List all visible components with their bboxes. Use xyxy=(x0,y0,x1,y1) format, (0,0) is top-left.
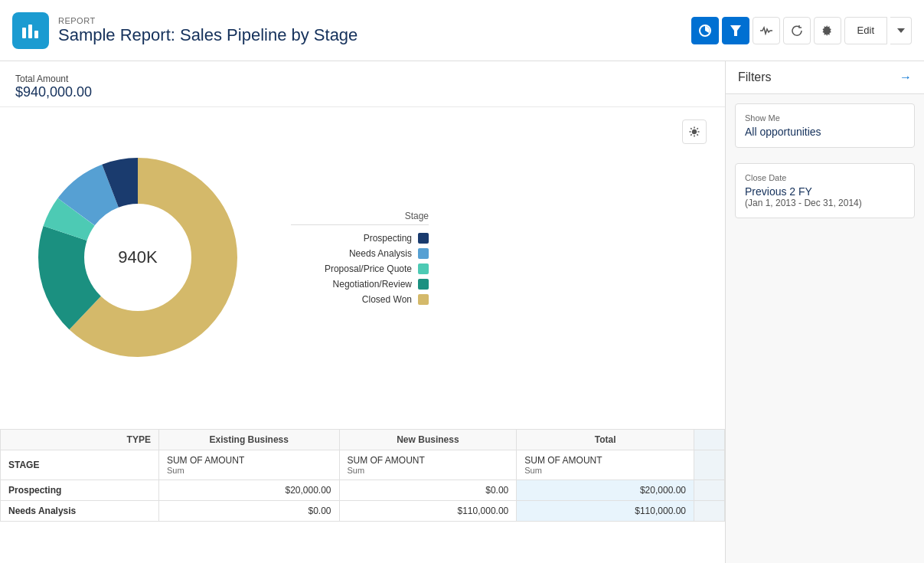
filters-header: Filters → xyxy=(726,61,924,94)
svg-point-8 xyxy=(693,130,697,134)
legend-color-prospecting xyxy=(418,233,429,244)
show-me-label: Show Me xyxy=(745,113,905,123)
refresh-button[interactable] xyxy=(783,17,811,44)
total-prospecting: $20,000.00 xyxy=(517,480,694,501)
svg-marker-6 xyxy=(897,28,905,33)
legend-item-negotiation: Negotiation/Review xyxy=(291,279,429,290)
chart-container: 940K Stage Prospecting Needs Analysis Pr… xyxy=(15,119,710,395)
eb-prospecting: $20,000.00 xyxy=(158,480,339,501)
table-row: Prospecting $20,000.00 $0.00 $20,000.00 xyxy=(1,480,725,501)
legend-title: Stage xyxy=(291,211,429,225)
app-icon xyxy=(12,12,49,49)
table-header-row-type: TYPE Existing Business New Business Tota… xyxy=(1,430,725,450)
nb-sum-header: SUM OF AMOUNT Sum xyxy=(339,450,517,480)
col-nb-header: New Business xyxy=(339,430,517,450)
show-me-value: All opportunities xyxy=(745,126,905,138)
right-panel: Filters → Show Me All opportunities Clos… xyxy=(725,61,924,563)
chart-icon xyxy=(20,20,41,41)
legend-color-closed-won xyxy=(418,294,429,305)
eb-sum-header: SUM OF AMOUNT Sum xyxy=(158,450,339,480)
nb-sum-sublabel: Sum xyxy=(348,466,509,475)
empty-cell-3 xyxy=(694,501,725,522)
stage-prospecting: Prospecting xyxy=(1,480,159,501)
svg-rect-2 xyxy=(34,31,38,38)
close-date-value: Previous 2 FY xyxy=(745,185,905,198)
close-date-filter: Close Date Previous 2 FY (Jan 1, 2013 - … xyxy=(735,163,915,218)
filter-button[interactable] xyxy=(722,17,749,44)
stage-needs-analysis: Needs Analysis xyxy=(1,501,159,522)
legend-label-proposal: Proposal/Price Quote xyxy=(325,263,412,274)
header: REPORT Sample Report: Sales Pipeline by … xyxy=(0,0,924,61)
col-total-header: Total xyxy=(517,430,694,450)
header-text: REPORT Sample Report: Sales Pipeline by … xyxy=(58,16,691,45)
close-date-sub: (Jan 1, 2013 - Dec 31, 2014) xyxy=(745,198,905,208)
chart-area: 940K Stage Prospecting Needs Analysis Pr… xyxy=(0,107,725,429)
pulse-button[interactable] xyxy=(753,17,780,44)
chart-view-button[interactable] xyxy=(691,17,719,44)
total-value: $940,000.00 xyxy=(15,84,710,100)
legend-color-negotiation xyxy=(418,279,429,290)
col-eb-header: Existing Business xyxy=(158,430,339,450)
data-table: TYPE Existing Business New Business Tota… xyxy=(0,429,725,522)
legend-label-prospecting: Prospecting xyxy=(364,233,412,244)
total-label: Total Amount xyxy=(15,74,710,84)
col-type-header: TYPE xyxy=(1,430,159,450)
nb-needs-analysis: $110,000.00 xyxy=(339,501,517,522)
svg-point-14 xyxy=(85,205,191,310)
filters-expand-button[interactable]: → xyxy=(900,70,912,84)
chart-settings-button[interactable] xyxy=(682,119,707,144)
donut-chart: 940K xyxy=(15,119,260,395)
stage-header: STAGE xyxy=(1,450,159,480)
total-needs-analysis: $110,000.00 xyxy=(517,501,694,522)
empty-cell-2 xyxy=(694,480,725,501)
eb-sum-sublabel: Sum xyxy=(167,466,331,475)
legend-color-proposal xyxy=(418,263,429,274)
legend-label-closed-won: Closed Won xyxy=(362,294,412,305)
table-header-row-stage: STAGE SUM OF AMOUNT Sum SUM OF AMOUNT Su… xyxy=(1,450,725,480)
report-label: REPORT xyxy=(58,16,691,25)
main-container: Total Amount $940,000.00 xyxy=(0,61,924,563)
col-empty xyxy=(694,430,725,450)
svg-rect-1 xyxy=(28,25,32,38)
legend-item-proposal: Proposal/Price Quote xyxy=(291,263,429,274)
total-amount-section: Total Amount $940,000.00 xyxy=(0,61,725,107)
eb-needs-analysis: $0.00 xyxy=(158,501,339,522)
nb-prospecting: $0.00 xyxy=(339,480,517,501)
total-sum-sublabel: Sum xyxy=(524,466,686,475)
legend-label-negotiation: Negotiation/Review xyxy=(333,279,412,290)
close-date-label: Close Date xyxy=(745,173,905,182)
total-sum-header: SUM OF AMOUNT Sum xyxy=(517,450,694,480)
chart-legend: Stage Prospecting Needs Analysis Proposa… xyxy=(291,211,429,305)
edit-button[interactable]: Edit xyxy=(844,17,887,44)
svg-rect-0 xyxy=(22,28,26,38)
legend-color-needs-analysis xyxy=(418,248,429,259)
legend-item-needs-analysis: Needs Analysis xyxy=(291,248,429,259)
empty-cell xyxy=(694,450,725,480)
edit-dropdown-button[interactable] xyxy=(890,17,912,44)
legend-item-closed-won: Closed Won xyxy=(291,294,429,305)
header-actions: Edit xyxy=(691,17,912,44)
settings-button[interactable] xyxy=(814,17,841,44)
table-row: Needs Analysis $0.00 $110,000.00 $110,00… xyxy=(1,501,725,522)
filters-title: Filters xyxy=(738,70,772,84)
nb-sum-label: SUM OF AMOUNT xyxy=(348,455,509,466)
page-title: Sample Report: Sales Pipeline by Stage xyxy=(58,25,691,45)
content-area: Total Amount $940,000.00 xyxy=(0,61,725,563)
show-me-filter: Show Me All opportunities xyxy=(735,103,915,148)
legend-label-needs-analysis: Needs Analysis xyxy=(349,248,412,259)
eb-sum-label: SUM OF AMOUNT xyxy=(167,455,331,466)
legend-item-prospecting: Prospecting xyxy=(291,233,429,244)
svg-marker-4 xyxy=(730,25,741,36)
total-sum-label: SUM OF AMOUNT xyxy=(524,455,686,466)
